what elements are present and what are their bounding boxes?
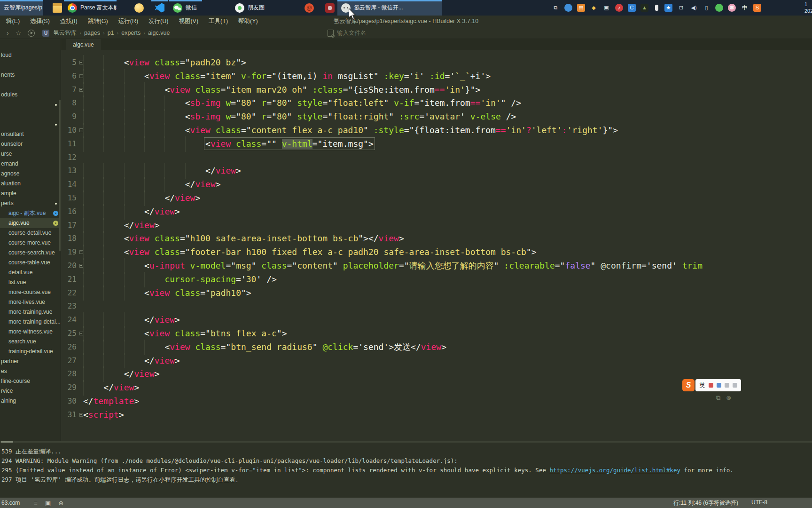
chinese-lang-icon[interactable]: 中	[741, 4, 749, 12]
tree-item-more-lives.vue[interactable]: more-lives.vue	[0, 297, 61, 307]
menu-item-6[interactable]: 视图(V)	[173, 17, 203, 25]
favorite-star-icon[interactable]: ☆	[16, 30, 22, 36]
tree-row-blank[interactable]	[0, 110, 61, 119]
tree-item-ample[interactable]: ample	[0, 189, 61, 198]
tree-item-aining[interactable]: aining	[0, 396, 61, 406]
run-icon[interactable]	[28, 30, 35, 37]
fold-marker-icon[interactable]	[79, 88, 83, 92]
fold-marker-icon[interactable]	[79, 264, 83, 268]
taskbar-app-wechat-moments[interactable]: 朋友圈	[231, 0, 266, 16]
sidebar-scrollbar[interactable]	[59, 100, 61, 251]
close-panel-icon[interactable]: ⊗	[726, 394, 731, 402]
menu-item-3[interactable]: 跳转(G)	[83, 17, 113, 25]
blue-star-icon[interactable]: ★	[664, 4, 672, 12]
menu-item-7[interactable]: 工具(T)	[203, 17, 233, 25]
taskbar-clock[interactable]: 1 202	[804, 1, 812, 14]
menu-item-2[interactable]: 查找(I)	[55, 17, 83, 25]
file-search[interactable]: 输入文件名	[328, 27, 367, 39]
tree-item-partner[interactable]: partner	[0, 357, 61, 366]
gold-shield-icon[interactable]: ◆	[590, 4, 598, 12]
breadcrumb-item-3[interactable]: experts	[121, 30, 141, 36]
display-icon[interactable]: ⊡	[677, 4, 685, 12]
restore-panel-icon[interactable]: ⧉	[716, 394, 720, 402]
microphone-icon[interactable]	[655, 5, 658, 11]
taskbar-window-tab[interactable]: 云智库/pages/p...	[0, 0, 43, 16]
breadcrumb-item-4[interactable]: aigc.vue	[148, 30, 170, 36]
tree-row-blank[interactable]	[0, 100, 61, 110]
menu-item-4[interactable]: 运行(R)	[113, 17, 143, 25]
tree-row-blank[interactable]	[0, 119, 61, 129]
tree-item-agnose[interactable]: agnose	[0, 169, 61, 179]
tree-item-perts[interactable]: perts	[0, 198, 61, 208]
taskbar-app-red-app[interactable]	[321, 0, 338, 16]
tree-item-fline-course[interactable]: fline-course	[0, 376, 61, 386]
tree-item-training-detail.vue[interactable]: training-detail.vue	[0, 347, 61, 357]
tree-item-ounselor[interactable]: ounselor	[0, 139, 61, 149]
outline-list-icon[interactable]: ≡	[34, 500, 38, 507]
tree-item-aigc - 副本.vue[interactable]: aigc - 副本.vue	[0, 208, 61, 218]
fold-marker-icon[interactable]	[79, 413, 83, 417]
tree-item-course-table.vue[interactable]: course-table.vue	[0, 258, 61, 268]
breadcrumb-item-1[interactable]: pages	[84, 30, 100, 36]
tree-item-search.vue[interactable]: search.vue	[0, 337, 61, 347]
tree-item-detail.vue[interactable]: detail.vue	[0, 268, 61, 278]
tree-item-more-course.vue[interactable]: more-course.vue	[0, 287, 61, 297]
taskbar-app-file-explorer[interactable]	[49, 0, 66, 16]
tree-item-urse[interactable]: urse	[0, 149, 61, 159]
wechat-tray-icon[interactable]	[715, 4, 723, 12]
breadcrumb-item-0[interactable]: 氢云智库	[53, 29, 77, 37]
ime-language-indicator[interactable]: 英	[699, 381, 705, 389]
fold-marker-icon[interactable]	[79, 61, 83, 64]
ime-mic-icon[interactable]	[717, 383, 721, 388]
tree-row-blank[interactable]	[0, 60, 61, 70]
pink-flower-icon[interactable]: ✽	[728, 4, 736, 12]
tree-item-aigc.vue[interactable]: aigc.vue	[0, 218, 61, 228]
console-panel[interactable]: 539 正在差量编译...294 WARNING: Module Warning…	[0, 443, 812, 498]
console-panel-icon[interactable]: ▣	[45, 500, 51, 507]
taskbar-app-chrome[interactable]: Parse 富文本解析...	[64, 0, 117, 16]
status-encoding[interactable]: UTF-8	[751, 499, 767, 507]
window-stack-icon[interactable]: ⧉	[552, 4, 560, 12]
taskbar-app-wechat[interactable]: 微信	[169, 0, 202, 16]
tree-item-course-detail.vue[interactable]: course-detail.vue	[0, 228, 61, 238]
tree-item-more-training-detai...[interactable]: more-training-detai...	[0, 317, 61, 327]
blue-c-icon[interactable]: C	[628, 4, 636, 12]
status-cursor-position[interactable]: 行:11 列:46 (6字符被选择)	[673, 499, 738, 507]
dark-badge-icon[interactable]: ▲	[640, 4, 648, 12]
fold-marker-icon[interactable]	[79, 128, 83, 132]
orange-tool-icon[interactable]: ▤	[577, 4, 585, 12]
menu-item-5[interactable]: 发行(U)	[143, 17, 173, 25]
taskbar-app-vscode[interactable]	[151, 0, 168, 16]
tree-item-more-witness.vue[interactable]: more-witness.vue	[0, 327, 61, 337]
tree-item-aluation[interactable]: aluation	[0, 179, 61, 189]
breadcrumb-item-2[interactable]: p1	[108, 30, 114, 36]
ime-punctuation-icon[interactable]	[709, 383, 713, 388]
tree-item-course-more.vue[interactable]: course-more.vue	[0, 238, 61, 248]
blue-drop-icon[interactable]	[564, 4, 572, 12]
volume-icon[interactable]: ◀)	[690, 4, 698, 12]
usb-device-icon[interactable]: ▯	[703, 4, 710, 12]
taskbar-app-navicat[interactable]	[131, 0, 148, 16]
menu-item-0[interactable]: 辑(E)	[1, 17, 25, 25]
tree-item-odules[interactable]: odules	[0, 90, 61, 100]
taskbar-app-snail-app[interactable]: @	[301, 0, 318, 16]
tree-item-more-training.vue[interactable]: more-training.vue	[0, 307, 61, 317]
printer-icon[interactable]: ▣	[602, 4, 610, 12]
menu-item-8[interactable]: 帮助(Y)	[233, 17, 263, 25]
sogou-icon[interactable]: S	[753, 4, 761, 12]
web-preview-icon[interactable]: ⊛	[58, 500, 63, 507]
project-explorer[interactable]: loudnentsodulesonsultantounselorurseeman…	[0, 39, 61, 442]
console-link[interactable]: https://vuejs.org/guide/list.html#key	[549, 467, 680, 474]
tree-item-rvice[interactable]: rvice	[0, 386, 61, 396]
nav-forward-icon[interactable]: ›	[7, 30, 9, 36]
tree-item-course-search.vue[interactable]: course-search.vue	[0, 248, 61, 258]
netease-music-icon[interactable]: ♪	[615, 4, 623, 12]
fold-marker-icon[interactable]	[79, 250, 83, 254]
ime-toolbar[interactable]: S 英	[682, 379, 741, 391]
ime-keyboard-icon[interactable]	[725, 383, 729, 388]
tree-item-loud[interactable]: loud	[0, 50, 61, 60]
tree-item-emand[interactable]: emand	[0, 159, 61, 169]
sogou-logo-icon[interactable]: S	[682, 379, 695, 391]
menu-item-1[interactable]: 选择(S)	[25, 17, 55, 25]
fold-marker-icon[interactable]	[79, 332, 83, 335]
